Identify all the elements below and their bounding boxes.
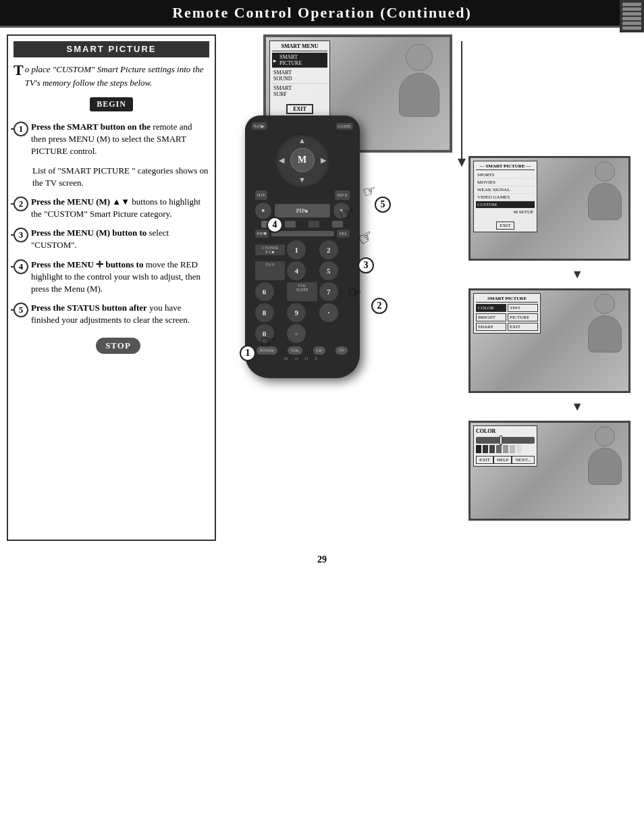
remote-num-7[interactable]: 7 bbox=[319, 282, 338, 301]
remote-btn-site[interactable]: SITE bbox=[255, 190, 268, 200]
step-num-5: 5 bbox=[14, 303, 28, 317]
screen1-item-1: ▶ SMARTPICTURE bbox=[272, 53, 327, 68]
nav-right-icon: ▶ bbox=[321, 156, 326, 165]
step-indicator-4: 4 bbox=[267, 217, 283, 233]
hand-pointer-1: ☞ bbox=[260, 332, 275, 353]
screen3-menu: SMART PICTURE COLOR TINT BRIGHT PICTURE … bbox=[473, 293, 541, 334]
screen2-setup: M SETUP bbox=[476, 208, 535, 215]
screen1-item-2: SMARTSOUND bbox=[272, 68, 327, 83]
remote-num-dot[interactable]: ○ bbox=[287, 324, 306, 343]
remote-btn-sep[interactable]: SEP II bbox=[335, 190, 350, 200]
remote-num-5[interactable]: 5 bbox=[319, 261, 338, 280]
step-bold-2: Press the MENU (M) ▲▼ bbox=[31, 197, 130, 207]
step-bold-5: Press the STATUS button after bbox=[31, 303, 147, 313]
connecting-arrow bbox=[435, 34, 468, 170]
remote-btn-guide[interactable]: GUIDE bbox=[336, 123, 353, 130]
screen2-item-2: MOVIES bbox=[476, 178, 535, 186]
step-text-3: Press the MENU (M) button to select "CUS… bbox=[31, 227, 209, 251]
remote-mode-label: M O D E bbox=[252, 356, 353, 361]
bar-6 bbox=[510, 445, 515, 453]
remote-btn-nav[interactable]: NAT▶ bbox=[252, 122, 267, 130]
bar-3 bbox=[489, 445, 495, 453]
screen1-item-3: SMARTSURF bbox=[272, 83, 327, 99]
screen1-menu: SMART MENU ▶ SMARTPICTURE SMARTSOUND SMA… bbox=[269, 41, 330, 117]
step-num-3: 3 bbox=[14, 228, 28, 242]
sc3-picture: PICTURE bbox=[508, 313, 538, 321]
deco-bar bbox=[622, 7, 641, 11]
screen2-item-4: VIDEO GAMES bbox=[476, 193, 535, 201]
remote-btn-pip[interactable]: PIP■ bbox=[275, 204, 330, 217]
down-arrow-1: ▼ bbox=[468, 267, 583, 282]
remote-nav-center[interactable]: M bbox=[290, 148, 315, 172]
sc3-bright: BRIGHT bbox=[476, 313, 506, 321]
deco-bar bbox=[622, 17, 641, 20]
remote-numpad: 3 TUNERE-C■ 1 2 TV/S 4 5 6 VOLSLEEP 7 8 … bbox=[255, 240, 350, 343]
remote-num-1[interactable]: 1 bbox=[287, 240, 306, 259]
page-number: 29 bbox=[0, 548, 644, 572]
step-indicator-2: 2 bbox=[371, 298, 387, 314]
remote-num-4[interactable]: 4 bbox=[287, 261, 306, 280]
remote-sel-label[interactable]: SEL bbox=[337, 230, 349, 238]
remote-pip-label[interactable]: PIP■ bbox=[255, 230, 269, 238]
step-2: 2 Press the MENU (M) ▲▼ buttons to highl… bbox=[14, 196, 209, 220]
nav-down-icon: ▼ bbox=[298, 176, 306, 184]
deco-bar bbox=[622, 22, 641, 25]
step-1: 1 Press the SMART button on the remote a… bbox=[14, 121, 209, 158]
tv-inner-4: COLOR bbox=[471, 423, 628, 519]
nav-up-icon: ▲ bbox=[298, 136, 306, 145]
drop-cap: T bbox=[14, 63, 24, 78]
remote-vol-btn[interactable]: VOL bbox=[288, 346, 302, 355]
exit-btn-2: EXIT bbox=[496, 221, 515, 230]
screen2-title: — SMART PICTURE — bbox=[476, 163, 535, 170]
tv-screen-2: — SMART PICTURE — SPORTS MOVIES WEAK SIG… bbox=[468, 156, 630, 261]
screen4-buttons: EXIT HELP NEXT... bbox=[476, 456, 535, 464]
tuner-label[interactable]: 3 TUNERE-C■ bbox=[255, 244, 286, 255]
intro-text: T o place "CUSTOM" Smart Picture setting… bbox=[14, 63, 209, 89]
remote-vol-sleep[interactable]: VOLSLEEP bbox=[287, 282, 317, 301]
down-arrow-2: ▼ bbox=[468, 400, 583, 414]
person-silhouette-2 bbox=[588, 161, 622, 220]
step-indicator-1: 1 bbox=[240, 345, 256, 361]
remote-num-9[interactable]: 9 bbox=[287, 303, 306, 322]
remote-num-0-top[interactable]: • bbox=[319, 303, 338, 322]
screen4-bar bbox=[476, 445, 535, 453]
screen4-label: COLOR bbox=[476, 428, 535, 436]
exit-btn-1: EXIT bbox=[286, 104, 313, 114]
tv-inner-2: — SMART PICTURE — SPORTS MOVIES WEAK SIG… bbox=[471, 158, 628, 259]
begin-button: BEGIN bbox=[90, 97, 133, 111]
section-title: SMART PICTURE bbox=[14, 41, 209, 57]
screen3-title: SMART PICTURE bbox=[476, 296, 538, 303]
tv-screen-4: COLOR bbox=[468, 421, 630, 521]
remote-color-btn-3[interactable] bbox=[308, 221, 319, 228]
step-5: 5 Press the STATUS button after you have… bbox=[14, 302, 209, 326]
remote-ch-btn[interactable]: CH bbox=[313, 346, 325, 355]
remote-btn-action1[interactable]: ■ bbox=[255, 203, 271, 219]
remote-num-2[interactable]: 2 bbox=[319, 240, 338, 259]
screen3-grid: COLOR TINT BRIGHT PICTURE SHARP EXIT bbox=[476, 304, 538, 331]
screen4-slider bbox=[476, 437, 535, 444]
step-bold-1: Press the SMART button on the bbox=[31, 122, 151, 132]
remote-num-6[interactable]: 6 bbox=[255, 282, 274, 301]
step-text-1: Press the SMART button on the remote and… bbox=[31, 121, 209, 158]
diagram-area: SMART MENU ▶ SMARTPICTURE SMARTSOUND SMA… bbox=[223, 34, 637, 541]
slider-handle[interactable] bbox=[500, 436, 502, 445]
bar-1 bbox=[476, 445, 481, 453]
bar-7 bbox=[516, 445, 522, 453]
screen2-item-3: WEAK SIGNAL bbox=[476, 186, 535, 193]
remote-action-row: ■ PIP■ ■ bbox=[255, 203, 350, 219]
remote-control: NAT▶ GUIDE ▲ ▼ ◀ ▶ M SITE SEP II bbox=[236, 115, 368, 378]
main-content: SMART PICTURE T o place "CUSTOM" Smart P… bbox=[0, 28, 644, 548]
screen1-exit: EXIT bbox=[272, 101, 327, 114]
step-indicator-5: 5 bbox=[375, 197, 391, 213]
remote-tv-btn[interactable]: TV bbox=[336, 346, 348, 355]
remote-num-8[interactable]: 8 bbox=[255, 303, 274, 322]
tv-inner-3: SMART PICTURE COLOR TINT BRIGHT PICTURE … bbox=[471, 290, 628, 391]
intro-italic: o place "CUSTOM" Smart Picture settings … bbox=[25, 64, 204, 88]
screen2-item-5: CUSTOM bbox=[476, 201, 535, 208]
screens-column: — SMART PICTURE — SPORTS MOVIES WEAK SIG… bbox=[468, 156, 637, 521]
remote-color-btn-2[interactable] bbox=[285, 221, 296, 228]
remote-side-row: SITE SEP II bbox=[255, 190, 350, 200]
remote-tvvs[interactable]: TV/S bbox=[255, 261, 286, 280]
sc3-tint: TINT bbox=[508, 304, 538, 312]
sc3-sharp: SHARP bbox=[476, 323, 506, 331]
